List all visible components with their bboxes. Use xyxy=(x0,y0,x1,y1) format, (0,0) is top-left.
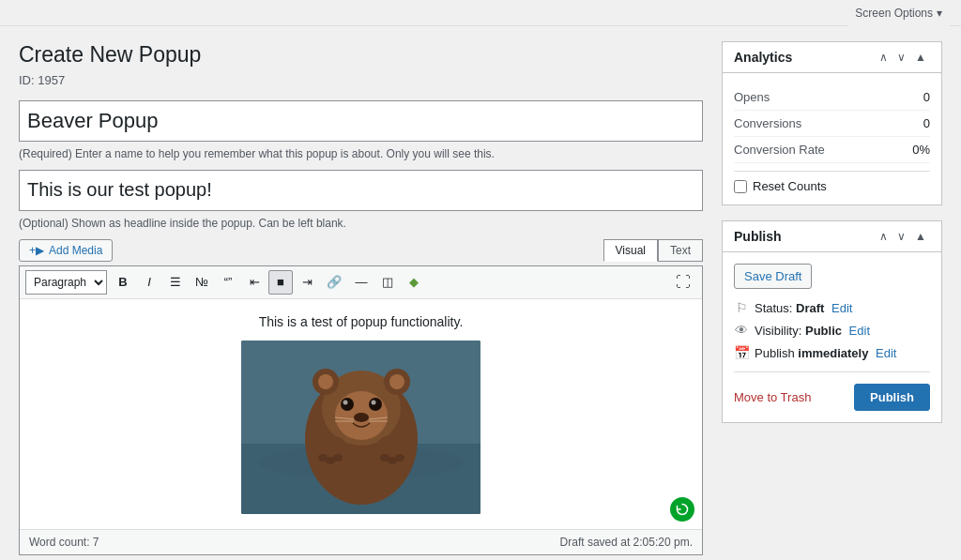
add-media-label: Add Media xyxy=(49,244,102,257)
ordered-list-button[interactable]: № xyxy=(190,270,214,295)
page-title: Create New Popup xyxy=(19,41,703,69)
bold-button[interactable]: B xyxy=(111,270,135,295)
chevron-down-icon: ▾ xyxy=(937,7,942,20)
visibility-row: 👁 Visibility: Public Edit xyxy=(734,323,930,338)
add-media-button[interactable]: +▶ Add Media xyxy=(19,239,113,262)
popup-headline-input[interactable] xyxy=(19,170,703,211)
publish-metabox: Publish ∧ ∨ ▲ Save Draft ⚐ Status: Draft… xyxy=(722,220,942,423)
editor-content[interactable]: This is a test of popup functionality. xyxy=(20,299,702,529)
svg-point-8 xyxy=(343,400,348,404)
publish-metabox-header: Publish ∧ ∨ ▲ xyxy=(723,221,941,252)
analytics-toggle-button[interactable]: ▲ xyxy=(911,50,930,65)
status-row: ⚐ Status: Draft Edit xyxy=(734,300,930,315)
align-left-button[interactable]: ⇤ xyxy=(242,270,267,295)
analytics-title: Analytics xyxy=(734,50,792,65)
paragraph-select[interactable]: Paragraph xyxy=(25,270,107,295)
analytics-collapse-down-button[interactable]: ∨ xyxy=(893,50,909,65)
media-icon: +▶ xyxy=(29,244,44,257)
save-draft-button[interactable]: Save Draft xyxy=(734,264,812,289)
svg-point-26 xyxy=(395,454,404,462)
popup-name-hint: (Required) Enter a name to help you reme… xyxy=(19,147,703,160)
popup-headline-hint: (Optional) Shown as headline inside the … xyxy=(19,217,703,230)
visual-tab[interactable]: Visual xyxy=(603,239,658,262)
editor-text: This is a test of popup functionality. xyxy=(35,314,687,329)
reset-counts-checkbox[interactable] xyxy=(734,180,747,193)
analytics-metabox: Analytics ∧ ∨ ▲ Opens 0 Conversions 0 Co… xyxy=(722,41,942,205)
publish-button[interactable]: Publish xyxy=(854,384,930,411)
page-id: ID: 1957 xyxy=(19,73,703,87)
publish-time-row: 📅 Publish immediately Edit xyxy=(734,345,930,360)
italic-button[interactable]: I xyxy=(137,270,161,295)
editor-wrapper: Paragraph B I ☰ № “” ⇤ ■ ⇥ 🔗 ― ◫ ◆ ⛶ Thi… xyxy=(19,265,703,555)
grammarly-icon[interactable] xyxy=(670,497,694,522)
conversions-label: Conversions xyxy=(734,116,801,130)
conversion-rate-value: 0% xyxy=(912,143,930,157)
beaver-icon-button[interactable]: ◆ xyxy=(402,270,426,295)
conversions-value: 0 xyxy=(923,116,930,130)
visibility-edit-link[interactable]: Edit xyxy=(849,324,870,338)
publish-collapse-down-button[interactable]: ∨ xyxy=(893,229,909,244)
analytics-collapse-up-button[interactable]: ∧ xyxy=(876,50,892,65)
publish-actions: Move to Trash Publish xyxy=(734,371,930,411)
svg-point-9 xyxy=(372,400,376,404)
svg-point-18 xyxy=(389,374,404,389)
word-count: Word count: 7 xyxy=(29,536,99,549)
popup-name-input[interactable] xyxy=(19,100,703,142)
text-tab[interactable]: Text xyxy=(658,239,703,262)
svg-point-23 xyxy=(333,454,343,462)
publish-toggle-button[interactable]: ▲ xyxy=(911,229,930,244)
screen-options-label: Screen Options xyxy=(855,7,933,20)
align-center-button[interactable]: ■ xyxy=(268,270,293,295)
analytics-conversion-rate-row: Conversion Rate 0% xyxy=(734,137,930,163)
opens-value: 0 xyxy=(923,90,930,104)
svg-point-6 xyxy=(341,398,354,411)
analytics-controls: ∧ ∨ ▲ xyxy=(876,50,930,65)
conversion-rate-label: Conversion Rate xyxy=(734,143,825,157)
publish-title: Publish xyxy=(734,229,782,244)
editor-format-bar: Paragraph B I ☰ № “” ⇤ ■ ⇥ 🔗 ― ◫ ◆ ⛶ xyxy=(20,266,702,299)
fullscreen-button[interactable]: ⛶ xyxy=(670,271,696,294)
publish-controls: ∧ ∨ ▲ xyxy=(876,229,930,244)
horizontal-rule-button[interactable]: ― xyxy=(349,270,374,295)
analytics-body: Opens 0 Conversions 0 Conversion Rate 0%… xyxy=(723,73,941,204)
status-icon: ⚐ xyxy=(734,300,749,315)
move-to-trash-link[interactable]: Move to Trash xyxy=(734,390,811,404)
otter-image-container xyxy=(35,341,687,514)
analytics-metabox-header: Analytics ∧ ∨ ▲ xyxy=(723,42,941,73)
analytics-opens-row: Opens 0 xyxy=(734,84,930,111)
blockquote-button[interactable]: “” xyxy=(216,270,240,295)
publish-time-edit-link[interactable]: Edit xyxy=(876,346,896,360)
svg-point-10 xyxy=(354,413,369,422)
reset-counts-row: Reset Counts xyxy=(734,171,930,193)
analytics-conversions-row: Conversions 0 xyxy=(734,111,930,137)
align-right-button[interactable]: ⇥ xyxy=(295,270,319,295)
status-text: Status: Draft Edit xyxy=(755,301,852,315)
screen-options-button[interactable]: Screen Options ▾ xyxy=(847,0,950,26)
publish-body: Save Draft ⚐ Status: Draft Edit 👁 Visibi… xyxy=(723,252,941,422)
visibility-icon: 👁 xyxy=(734,323,749,338)
otter-svg xyxy=(241,341,480,514)
unordered-list-button[interactable]: ☰ xyxy=(163,270,188,295)
opens-label: Opens xyxy=(734,90,770,104)
publish-collapse-up-button[interactable]: ∧ xyxy=(876,229,892,244)
otter-image xyxy=(241,341,480,514)
svg-point-16 xyxy=(318,374,333,389)
status-edit-link[interactable]: Edit xyxy=(831,301,852,315)
visibility-text: Visibility: Public Edit xyxy=(755,324,870,338)
editor-footer: Word count: 7 Draft saved at 2:05:20 pm. xyxy=(20,529,702,554)
link-button[interactable]: 🔗 xyxy=(321,270,347,295)
reset-counts-label[interactable]: Reset Counts xyxy=(753,179,827,193)
publish-time-text: Publish immediately Edit xyxy=(755,346,896,360)
draft-saved-status: Draft saved at 2:05:20 pm. xyxy=(560,536,693,549)
table-button[interactable]: ◫ xyxy=(375,270,400,295)
svg-point-7 xyxy=(369,398,382,411)
calendar-icon: 📅 xyxy=(734,345,749,360)
